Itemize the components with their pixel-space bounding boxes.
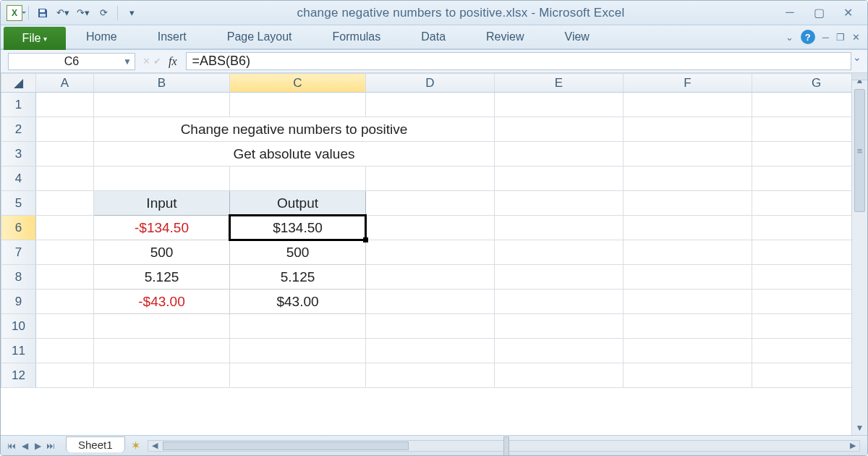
maximize-icon[interactable]: ▢ [811,6,827,20]
name-box-wrap: C6 ▼ [1,50,138,72]
table-header-input[interactable]: Input [94,191,230,216]
select-all-corner[interactable]: ◢ [1,74,36,93]
sheet-subtitle[interactable]: Get absolute values [94,142,495,166]
row-header[interactable]: 7 [1,240,36,265]
ribbon-right-controls: ⌄ ? ─ ❐ ✕ [786,25,867,48]
help-icon[interactable]: ? [801,30,815,44]
formula-bar-expand-icon[interactable]: ⌄ [853,51,864,63]
row-header[interactable]: 10 [1,314,36,339]
tab-data[interactable]: Data [401,25,466,48]
row-header[interactable]: 6 [1,216,36,240]
new-sheet-icon[interactable]: ✶ [131,439,140,452]
col-header[interactable]: E [495,74,624,93]
horizontal-scrollbar[interactable]: ◀ ▶ [148,440,860,452]
workbook-minimize-icon[interactable]: ─ [822,32,829,43]
col-header[interactable]: B [94,74,230,93]
name-box-value: C6 [64,55,79,68]
status-bar: ⏮ ◀ ▶ ⏭ Sheet1 ✶ ◀ ▶ [1,435,867,455]
col-header[interactable]: F [624,74,752,93]
scroll-left-icon[interactable]: ◀ [148,441,161,451]
first-sheet-icon[interactable]: ⏮ [5,441,18,451]
file-tab-label: File [22,32,41,45]
cell-c7[interactable]: 500 [230,240,366,265]
col-header[interactable]: D [366,74,495,93]
formula-text: =ABS(B6) [192,54,251,69]
hscroll-thumb[interactable] [163,442,409,450]
tab-view[interactable]: View [545,25,610,48]
prev-sheet-icon[interactable]: ◀ [18,441,31,451]
vertical-scrollbar[interactable]: ▲ ≡ ▼ [851,73,867,435]
qat-separator [117,6,118,20]
redo-icon[interactable]: ↷▾ [75,5,91,21]
close-icon[interactable]: ✕ [840,6,856,20]
col-header[interactable]: A [36,74,94,93]
qat-separator [28,6,29,20]
row-header[interactable]: 1 [1,93,36,117]
cancel-formula-icon: ✕ [142,56,150,67]
scroll-notch-icon: ≡ [854,143,865,159]
formula-buttons: ✕ ✔ fx [138,50,186,72]
refresh-icon[interactable]: ⟳ [95,5,111,21]
scroll-right-icon[interactable]: ▶ [846,441,859,451]
table-header-output[interactable]: Output [230,191,366,216]
excel-app-icon[interactable]: X [7,5,22,21]
row-header[interactable]: 4 [1,166,36,191]
window-title: change negative numbers to positive.xlsx… [140,6,782,20]
col-header[interactable]: G [752,74,852,93]
last-sheet-icon[interactable]: ⏭ [44,441,57,451]
ribbon-minimize-icon[interactable]: ⌄ [786,32,793,43]
cell-b8[interactable]: 5.125 [94,265,230,290]
formula-input[interactable]: =ABS(B6) [186,52,851,70]
worksheet-area: ◢ A B C D E F G 1 2 Change negative numb… [1,73,867,435]
row-header[interactable]: 3 [1,142,36,166]
row-header[interactable]: 11 [1,339,36,363]
tab-home[interactable]: Home [66,25,137,48]
quick-access-toolbar: X ↶▾ ↷▾ ⟳ ▾ [7,5,140,21]
grid-scroll[interactable]: ◢ A B C D E F G 1 2 Change negative numb… [1,73,851,435]
col-header[interactable]: C [230,74,366,93]
save-icon[interactable] [35,5,51,21]
minimize-icon[interactable]: ─ [782,6,798,20]
fx-icon[interactable]: fx [164,55,182,68]
chevron-down-icon[interactable]: ▼ [123,56,132,67]
row-header[interactable]: 5 [1,191,36,216]
svg-rect-0 [40,9,45,12]
svg-rect-1 [40,14,46,17]
sheet-tab[interactable]: Sheet1 [66,436,125,452]
enter-formula-icon: ✔ [153,56,161,67]
cell-b6[interactable]: -$134.50 [94,216,230,240]
cell-c8[interactable]: 5.125 [230,265,366,290]
cell-b9[interactable]: -$43.00 [94,290,230,314]
file-tab[interactable]: File ▾ [4,27,66,50]
cell-b7[interactable]: 500 [94,240,230,265]
tab-formulas[interactable]: Formulas [312,25,401,48]
qat-customize-icon[interactable]: ▾ [124,5,140,21]
ribbon-tabs: File ▾ Home Insert Page Layout Formulas … [1,25,867,50]
row-header[interactable]: 8 [1,265,36,290]
row-header[interactable]: 2 [1,117,36,142]
next-sheet-icon[interactable]: ▶ [31,441,44,451]
name-box[interactable]: C6 ▼ [8,53,135,70]
undo-icon[interactable]: ↶▾ [55,5,71,21]
window-controls: ─ ▢ ✕ [782,6,861,20]
workbook-restore-icon[interactable]: ❐ [836,32,845,43]
tab-review[interactable]: Review [466,25,544,48]
sheet-tab-nav: ⏮ ◀ ▶ ⏭ [1,441,61,451]
tab-insert[interactable]: Insert [137,25,207,48]
row-header[interactable]: 12 [1,363,36,388]
tab-page-layout[interactable]: Page Layout [207,25,312,48]
sheet-title[interactable]: Change negative numbers to positive [94,117,495,142]
title-bar: X ↶▾ ↷▾ ⟳ ▾ change negative numbers to p… [1,1,867,25]
row-header[interactable]: 9 [1,290,36,314]
chevron-down-icon: ▾ [43,35,47,43]
formula-bar: C6 ▼ ✕ ✔ fx =ABS(B6) ⌄ [1,50,867,73]
split-box-icon[interactable] [852,73,867,80]
workbook-close-icon[interactable]: ✕ [852,32,860,43]
spreadsheet-grid[interactable]: ◢ A B C D E F G 1 2 Change negative numb… [1,73,851,388]
cell-c6[interactable]: $134.50 [230,216,366,240]
cell-c9[interactable]: $43.00 [230,290,366,314]
scroll-down-icon[interactable]: ▼ [852,421,867,435]
